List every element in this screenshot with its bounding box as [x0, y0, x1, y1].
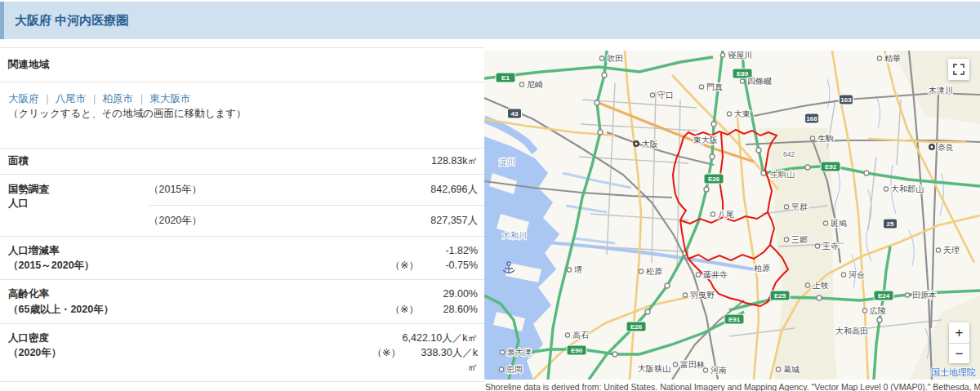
map-label: 羽曳野	[689, 291, 715, 300]
related-area-heading: 関連地域	[0, 47, 484, 82]
map-label: 藤井寺	[703, 270, 728, 279]
map-label: 高石	[572, 331, 589, 340]
population-change-label: 人口増減率 （2015～2020年）	[0, 237, 103, 279]
svg-text:E26: E26	[708, 176, 720, 183]
svg-text:163: 163	[840, 96, 852, 104]
map-label: 上牧	[812, 281, 829, 290]
map-label: 大東	[734, 109, 751, 118]
svg-text:E1: E1	[501, 74, 510, 82]
svg-text:E91: E91	[728, 316, 741, 323]
svg-text:43: 43	[511, 110, 519, 118]
road-shield-E91: E91	[724, 314, 744, 324]
map-label: 東大阪	[693, 136, 718, 144]
road-shield-E1: E1	[496, 73, 515, 82]
map-zoom-control: + −	[949, 322, 969, 363]
aging-rate-row: 高齢化率 （65歳以上・2020年） 29.00% （※） 28.60%	[0, 279, 484, 322]
map-label: 田原本	[912, 291, 937, 300]
census-2015-value: 842,696人	[430, 183, 478, 197]
svg-text:E25: E25	[774, 292, 786, 300]
area-label: 面積	[0, 149, 37, 174]
map-label: 松原	[646, 267, 662, 276]
map-label: 王寺	[822, 242, 839, 251]
road-shield-E92: E92	[821, 162, 840, 171]
fullscreen-button[interactable]	[948, 59, 969, 80]
map-label: 河南	[710, 366, 727, 375]
related-links-line: 大阪府｜八尾市｜柏原市｜東大阪市	[8, 91, 476, 106]
svg-text:奈良: 奈良	[938, 143, 954, 152]
svg-text:168: 168	[806, 115, 817, 122]
gsi-attribution-link[interactable]: 国土地理院	[931, 367, 976, 379]
area-value: 128.83k㎡	[431, 149, 484, 174]
map-label: 木津川	[928, 86, 953, 95]
area-row: 面積 128.83k㎡	[0, 148, 484, 174]
census-population-row: 国勢調査 人口 （2015年） 842,696人 （2020年） 827,357…	[0, 174, 484, 236]
svg-text:E24: E24	[878, 292, 890, 300]
info-panel: 関連地域 大阪府｜八尾市｜柏原市｜東大阪市 （クリックすると、その地域の画面に移…	[0, 47, 484, 391]
link-higashiosaka-city[interactable]: 東大阪市	[149, 93, 190, 104]
census-2015-year: （2015年）	[149, 183, 202, 197]
aging-rate-label: 高齢化率 （65歳以上・2020年）	[0, 280, 122, 322]
map-label: 三郷	[791, 235, 808, 244]
population-change-compare: （※） -0.75%	[390, 258, 478, 273]
related-area-links: 大阪府｜八尾市｜柏原市｜東大阪市 （クリックすると、その地域の画面に移動します）	[0, 82, 484, 148]
aging-rate-compare: （※） 28.60%	[390, 302, 478, 317]
map-label: 門真	[706, 82, 723, 91]
population-change-value: -1.82%	[390, 243, 478, 258]
map-label: 精華	[884, 54, 901, 63]
map-label: 寝屋川	[728, 51, 752, 60]
link-separator: ｜	[42, 93, 52, 104]
census-2020-row: （2020年） 827,357人	[149, 205, 484, 236]
map-label: 大和郡山	[891, 184, 924, 193]
compare-area-footnote: （※）比較地域：全国平均 （→比較する地域を変更できます）	[0, 381, 484, 391]
map-label: 葛城	[783, 365, 800, 374]
map-label: 大和高田	[835, 327, 868, 335]
population-change-row: 人口増減率 （2015～2020年） -1.82% （※） -0.75%	[0, 236, 484, 279]
road-shield-E24: E24	[874, 291, 893, 300]
road-shield-168: 168	[805, 113, 819, 123]
map-label: 河合	[849, 270, 865, 279]
link-kashiwara-city[interactable]: 柏原市	[103, 93, 134, 104]
map-label: 尼崎	[527, 80, 543, 89]
road-shield-163: 163	[840, 95, 853, 104]
population-density-row: 人口密度 （2020年） 6,422.10人／k㎡ （※） 338.30人／k㎡	[0, 323, 484, 381]
road-shield-E25: E25	[770, 291, 790, 300]
map-label: 生駒山	[770, 170, 795, 179]
map-label: 堺	[573, 265, 582, 274]
census-2020-year: （2020年）	[149, 214, 202, 228]
road-shield-43: 43	[508, 109, 522, 118]
map-label: 吹田	[607, 54, 623, 63]
census-2020-value: 827,357人	[430, 214, 478, 228]
road-shield-25: 25	[884, 219, 898, 229]
map-label: 淀川	[499, 158, 515, 167]
zoom-in-button[interactable]: +	[949, 322, 969, 343]
map-label: 守口	[657, 91, 674, 100]
map-label: 忠岡	[506, 365, 523, 374]
map-label: 大阪狭山	[638, 364, 670, 373]
road-shield-E26: E26	[704, 174, 724, 184]
map-panel: E1E89E92E26E26E90E91E25E241631682543 大阪奈…	[484, 51, 980, 391]
fullscreen-icon	[952, 63, 965, 76]
map[interactable]: E1E89E92E26E26E90E91E25E241631682543 大阪奈…	[484, 51, 980, 380]
svg-text:E90: E90	[571, 347, 583, 354]
svg-text:E26: E26	[630, 323, 643, 331]
census-2015-row: （2015年） 842,696人	[149, 175, 484, 205]
map-label: 平群	[791, 202, 808, 211]
map-label: 天理	[943, 246, 960, 255]
zoom-out-button[interactable]: −	[949, 343, 969, 363]
link-osaka-pref[interactable]: 大阪府	[8, 93, 39, 104]
page-header: 大阪府 中河内医療圏	[0, 2, 980, 39]
map-attribution-text: Shoreline data is derived from: United S…	[484, 380, 980, 391]
map-label: 富田林	[680, 360, 705, 369]
link-yao-city[interactable]: 八尾市	[56, 93, 87, 104]
map-label: 生駒	[817, 134, 834, 143]
link-separator: ｜	[136, 93, 146, 104]
svg-text:大阪: 大阪	[642, 140, 658, 149]
map-label: 柏原	[753, 264, 770, 273]
svg-text:25: 25	[887, 220, 894, 228]
road-shield-E90: E90	[567, 345, 586, 355]
map-label: 八尾	[718, 210, 734, 219]
map-label: 広陵	[870, 306, 886, 315]
population-density-label: 人口密度 （2020年）	[0, 324, 69, 381]
population-density-value: 6,422.10人／k㎡	[372, 331, 478, 345]
map-label: 642	[783, 150, 795, 158]
